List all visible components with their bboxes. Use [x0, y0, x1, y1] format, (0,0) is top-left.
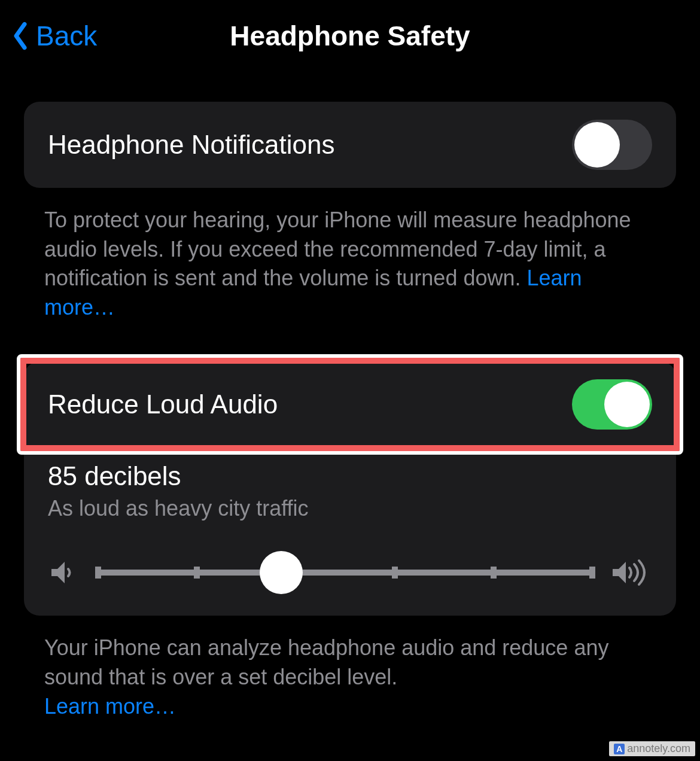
headphone-notifications-label: Headphone Notifications: [48, 130, 334, 160]
reduce-loud-audio-toggle[interactable]: [572, 379, 652, 430]
headphone-notifications-description: To protect your hearing, your iPhone wil…: [44, 206, 656, 322]
decibel-comparison: As loud as heavy city traffic: [48, 496, 652, 521]
slider-tick: [491, 567, 497, 579]
headphone-notifications-row[interactable]: Headphone Notifications: [24, 102, 676, 188]
toggle-knob: [574, 122, 620, 168]
watermark: A annotely.com: [609, 741, 695, 756]
headphone-notifications-group: Headphone Notifications: [24, 102, 676, 188]
settings-header: Back Headphone Safety: [0, 0, 700, 72]
volume-high-icon: [609, 558, 652, 587]
reduce-loud-audio-row[interactable]: Reduce Loud Audio: [24, 361, 676, 448]
volume-low-icon: [48, 558, 81, 587]
slider-track: [98, 570, 592, 576]
slider-tick: [589, 567, 595, 579]
page-title: Headphone Safety: [230, 20, 470, 52]
back-label: Back: [36, 20, 97, 52]
slider-tick: [392, 567, 398, 579]
headphone-notifications-toggle[interactable]: [572, 120, 652, 170]
decibel-slider[interactable]: [98, 553, 592, 592]
reduce-loud-audio-description: Your iPhone can analyze headphone audio …: [44, 634, 656, 721]
toggle-knob: [604, 382, 650, 427]
decibel-section: 85 decibels As loud as heavy city traffi…: [24, 448, 676, 616]
watermark-text: annotely.com: [627, 742, 690, 755]
slider-thumb[interactable]: [260, 551, 303, 594]
chevron-left-icon: [12, 22, 29, 50]
slider-tick: [194, 567, 200, 579]
reduce-loud-audio-description-text: Your iPhone can analyze headphone audio …: [44, 635, 608, 689]
learn-more-link[interactable]: Learn more…: [44, 694, 176, 719]
slider-tick: [95, 567, 101, 579]
watermark-logo-icon: A: [614, 744, 625, 754]
decibel-slider-row: [48, 553, 652, 592]
reduce-loud-audio-group: Reduce Loud Audio 85 decibels As loud as…: [24, 361, 676, 616]
decibel-value: 85 decibels: [48, 461, 652, 491]
reduce-loud-audio-label: Reduce Loud Audio: [48, 389, 278, 419]
back-button[interactable]: Back: [12, 0, 97, 72]
